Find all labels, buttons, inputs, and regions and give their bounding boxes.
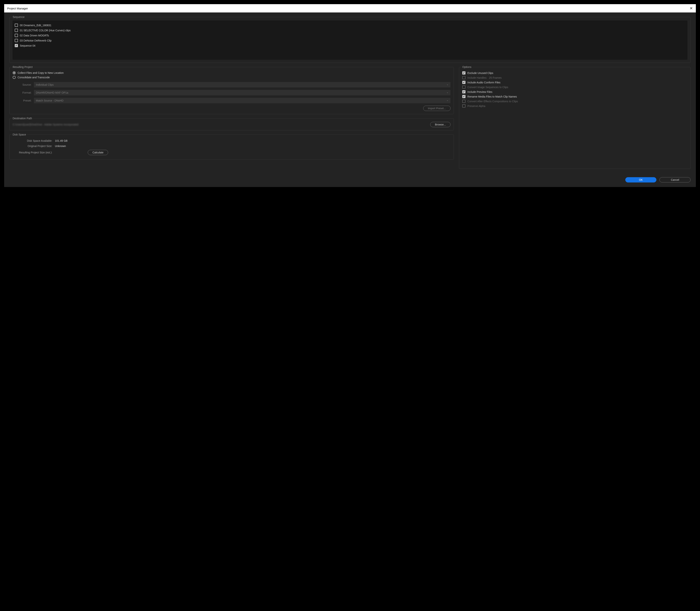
close-icon[interactable]: ✕ — [690, 6, 693, 11]
titlebar: Project Manager ✕ — [4, 4, 696, 13]
option-label: Include Handles: — [467, 76, 487, 79]
option-label: Include Preview Files — [467, 90, 492, 93]
option-exclude-unused-clips[interactable]: Exclude Unused Clips — [462, 71, 687, 75]
sequence-group-title: Sequence — [12, 15, 25, 18]
option-label: Convert Image Sequences to Clips — [467, 86, 508, 89]
source-value: Individual Clips — [36, 83, 54, 86]
import-preset-button[interactable]: Import Preset... — [423, 106, 451, 111]
source-label: Source: — [13, 83, 31, 86]
option-label: Rename Media Files to Match Clip Names — [467, 95, 517, 98]
dialog-footer: OK Cancel — [10, 177, 690, 182]
checkbox-icon — [462, 86, 465, 89]
original-project-size-value: Unknown — [55, 145, 77, 148]
sequence-item-label: 01 SELECTIVE COLOR (Hue Curves) clips — [20, 29, 71, 32]
checkbox-icon — [462, 76, 465, 79]
include-handles-frames: 25 Frames — [489, 76, 502, 79]
checkbox-icon[interactable] — [462, 90, 465, 93]
sequence-item-label: 02 Data Driven MOGRTs — [20, 34, 49, 37]
checkbox-icon[interactable] — [15, 24, 18, 27]
radio-collect-files[interactable]: Collect Files and Copy to New Location — [13, 71, 450, 75]
disk-available-value: 101.49 GB — [55, 139, 77, 142]
sequence-item-label: 03 DeNoise DeReverb Clip — [20, 39, 51, 42]
calculate-button[interactable]: Calculate — [88, 150, 108, 155]
sequence-list: 00 Dreamers_Edit_180831 01 SELECTIVE COL… — [13, 20, 687, 60]
checkbox-icon[interactable] — [15, 29, 18, 32]
sequence-item[interactable]: 02 Data Driven MOGRTs — [15, 33, 685, 38]
resulting-project-group: Resulting Project Collect Files and Copy… — [10, 67, 454, 114]
cancel-button[interactable]: Cancel — [659, 177, 690, 182]
radio-consolidate-transcode[interactable]: Consolidate and Transcode — [13, 75, 450, 80]
destination-path-title: Destination Path — [12, 117, 33, 120]
options-group: Options Exclude Unused Clips Include Han… — [459, 67, 690, 169]
radio-label: Consolidate and Transcode — [17, 76, 50, 79]
sequence-item-label: Sequence 04 — [20, 44, 35, 47]
sequence-item[interactable]: 00 Dreamers_Edit_180831 — [15, 23, 685, 28]
browse-button[interactable]: Browse... — [430, 122, 450, 127]
option-include-handles: Include Handles: 25 Frames — [462, 75, 687, 80]
option-label: Exclude Unused Clips — [467, 72, 493, 75]
option-include-preview-files[interactable]: Include Preview Files — [462, 89, 687, 94]
sequence-item-label: 00 Dreamers_Edit_180831 — [20, 24, 51, 27]
option-rename-media-files[interactable]: Rename Media Files to Match Clip Names — [462, 94, 687, 99]
format-dropdown[interactable]: DNxHR/DNxHD MXF OP1a — [34, 90, 450, 95]
window-title: Project Manager — [7, 7, 28, 10]
original-project-size-label: Original Project Size: — [13, 145, 52, 148]
ok-button[interactable]: OK — [625, 177, 656, 182]
resulting-project-size-label: Resulting Project Size (est.): — [13, 151, 52, 154]
option-include-audio-conform[interactable]: Include Audio Conform Files — [462, 80, 687, 85]
checkbox-icon[interactable] — [462, 95, 465, 98]
sequence-item[interactable]: 03 DeNoise DeReverb Clip — [15, 38, 685, 43]
format-value: DNxHR/DNxHD MXF OP1a — [36, 91, 68, 94]
disk-space-group: Disk Space Disk Space Available: 101.49 … — [10, 135, 454, 160]
checkbox-icon — [462, 100, 465, 103]
destination-path-text: C:\Users\[user]\OneDrive - Adobe Systems… — [13, 123, 78, 126]
checkbox-icon — [462, 104, 465, 107]
option-preserve-alpha: Preserve Alpha — [462, 104, 687, 108]
option-label: Include Audio Conform Files — [467, 81, 501, 84]
option-convert-ae-compositions: Convert After Effects Compositions to Cl… — [462, 99, 687, 104]
sequence-group: Sequence 00 Dreamers_Edit_180831 01 SELE… — [10, 17, 690, 63]
resulting-project-title: Resulting Project — [12, 65, 33, 69]
preset-value: Match Source - DNxHD — [36, 99, 63, 102]
radio-icon[interactable] — [13, 76, 16, 79]
source-dropdown[interactable]: Individual Clips — [34, 82, 450, 88]
preset-label: Preset: — [13, 99, 31, 102]
project-manager-dialog: Project Manager ✕ Sequence 00 Dreamers_E… — [3, 3, 697, 188]
disk-available-label: Disk Space Available: — [13, 139, 52, 142]
checkbox-icon[interactable] — [462, 71, 465, 75]
option-convert-image-sequences: Convert Image Sequences to Clips — [462, 85, 687, 89]
sequence-item[interactable]: Sequence 04 — [15, 43, 685, 48]
checkbox-icon[interactable] — [462, 81, 465, 84]
radio-label: Collect Files and Copy to New Location — [17, 71, 63, 74]
sequence-item[interactable]: 01 SELECTIVE COLOR (Hue Curves) clips — [15, 28, 685, 33]
radio-icon[interactable] — [13, 71, 16, 74]
options-title: Options — [462, 65, 472, 69]
disk-space-title: Disk Space — [12, 133, 27, 136]
destination-path-group: Destination Path C:\Users\[user]\OneDriv… — [10, 118, 454, 130]
option-label: Preserve Alpha — [467, 105, 485, 107]
checkbox-icon[interactable] — [15, 44, 18, 47]
checkbox-icon[interactable] — [15, 39, 18, 42]
option-label: Convert After Effects Compositions to Cl… — [467, 100, 518, 103]
checkbox-icon[interactable] — [15, 34, 18, 37]
format-label: Format: — [13, 91, 31, 94]
preset-dropdown[interactable]: Match Source - DNxHD — [34, 98, 450, 103]
